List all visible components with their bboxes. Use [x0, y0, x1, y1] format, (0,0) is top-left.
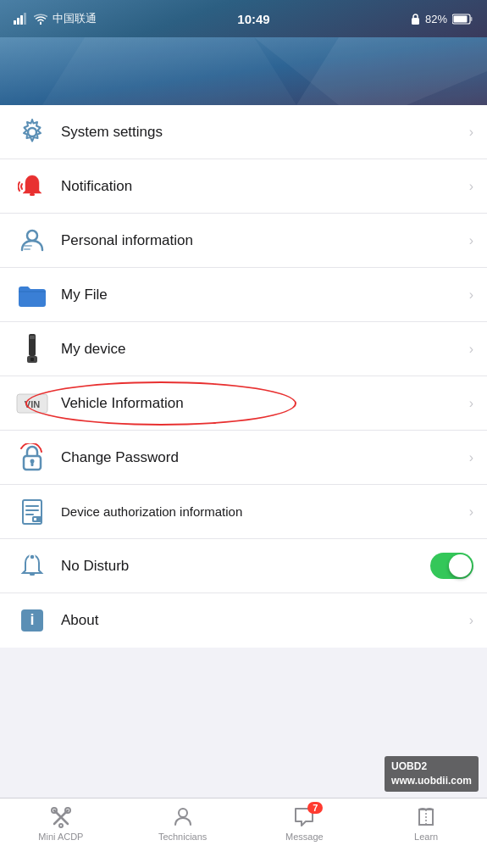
- info-icon-container: i: [14, 602, 51, 639]
- doc-icon: [18, 498, 47, 526]
- message-badge: 7: [307, 802, 323, 814]
- svg-point-12: [28, 128, 36, 136]
- personal-info-label: Personal information: [61, 232, 469, 249]
- watermark-line1: UOBD2: [391, 760, 472, 774]
- info-icon: i: [18, 606, 47, 635]
- device-icon-container: [14, 331, 51, 368]
- status-bar: 中国联通 10:49 82%: [0, 0, 487, 37]
- tab-learn-label: Learn: [414, 832, 438, 842]
- doc-icon-container: [14, 493, 51, 531]
- lock-icon-container: [14, 439, 51, 476]
- battery-icon: [452, 14, 473, 25]
- svg-text:VIN: VIN: [25, 399, 40, 409]
- chat-icon: 7: [292, 805, 316, 829]
- status-time: 10:49: [237, 12, 269, 26]
- person-icon: [18, 226, 47, 255]
- svg-point-42: [179, 809, 187, 817]
- status-left: 中国联通: [14, 11, 97, 26]
- bell-icon: [18, 172, 47, 201]
- svg-point-40: [59, 815, 63, 819]
- toggle-knob: [449, 554, 472, 577]
- svg-rect-19: [30, 358, 34, 361]
- menu-item-my-device[interactable]: My device ›: [0, 322, 487, 376]
- svg-rect-1: [17, 18, 19, 25]
- svg-rect-0: [14, 20, 16, 25]
- my-file-label: My File: [61, 287, 469, 303]
- svg-rect-20: [30, 336, 35, 339]
- wifi-icon: [34, 14, 47, 25]
- svg-rect-6: [471, 17, 473, 21]
- battery-text: 82%: [425, 13, 447, 25]
- svg-rect-32: [30, 573, 35, 576]
- person-icon-container: [14, 222, 51, 259]
- vin-icon: VIN: [16, 391, 48, 416]
- gear-icon-container: [14, 114, 51, 151]
- status-right: 82%: [411, 13, 473, 25]
- tab-mini-acdp-label: Mini ACDP: [38, 832, 83, 842]
- no-disturb-label: No Disturb: [61, 558, 430, 575]
- menu-item-vehicle-info[interactable]: VIN Vehicle Information ›: [0, 376, 487, 431]
- tab-message-label: Message: [285, 832, 324, 842]
- system-settings-chevron: ›: [469, 125, 473, 140]
- menu-item-device-auth[interactable]: Device authorization information ›: [0, 485, 487, 539]
- about-chevron: ›: [469, 613, 473, 628]
- bell-off-icon: [18, 552, 47, 581]
- tab-message[interactable]: 7 Message: [244, 805, 366, 842]
- tab-technicians-label: Technicians: [158, 832, 207, 842]
- vehicle-info-chevron: ›: [469, 396, 473, 411]
- menu-item-system-settings[interactable]: System settings ›: [0, 105, 487, 159]
- menu-list: System settings › Notification ›: [0, 105, 487, 648]
- tab-technicians[interactable]: Technicians: [122, 805, 244, 842]
- gear-icon: [18, 118, 47, 147]
- svg-rect-2: [20, 15, 23, 25]
- menu-item-no-disturb[interactable]: No Disturb: [0, 539, 487, 593]
- bell-icon-container: [14, 168, 51, 205]
- signal-icon: [14, 13, 29, 25]
- svg-rect-13: [30, 193, 35, 196]
- watermark-line2: www.uobdii.com: [391, 774, 472, 788]
- tab-mini-acdp[interactable]: Mini ACDP: [0, 805, 122, 842]
- svg-rect-3: [24, 13, 26, 25]
- about-label: About: [61, 612, 469, 629]
- vehicle-info-label: Vehicle Information: [61, 395, 469, 412]
- notification-label: Notification: [61, 178, 469, 195]
- person-tab-icon: [171, 805, 195, 829]
- menu-item-change-password[interactable]: Change Password ›: [0, 431, 487, 485]
- tab-bar: Mini ACDP Technicians 7 Message: [0, 798, 487, 868]
- device-icon: [22, 334, 42, 364]
- bell-off-icon-container: [14, 548, 51, 585]
- lock-status-icon: [411, 14, 420, 25]
- device-auth-chevron: ›: [469, 504, 473, 520]
- menu-item-notification[interactable]: Notification ›: [0, 159, 487, 214]
- svg-rect-31: [34, 518, 36, 520]
- tab-learn[interactable]: Learn: [365, 805, 487, 842]
- svg-point-14: [27, 231, 37, 241]
- my-device-chevron: ›: [469, 342, 473, 357]
- svg-rect-25: [31, 462, 34, 466]
- change-password-chevron: ›: [469, 450, 473, 465]
- vin-icon-container: VIN: [14, 385, 51, 422]
- device-auth-label: Device authorization information: [61, 504, 469, 519]
- lock-icon: [18, 443, 47, 472]
- wrench-icon: [49, 805, 73, 829]
- svg-point-41: [59, 824, 63, 827]
- watermark: UOBD2 www.uobdii.com: [385, 756, 479, 792]
- svg-rect-30: [32, 516, 42, 522]
- my-device-label: My device: [61, 341, 469, 358]
- my-file-chevron: ›: [469, 287, 473, 303]
- menu-item-personal-info[interactable]: Personal information ›: [0, 214, 487, 268]
- menu-item-about[interactable]: i About ›: [0, 593, 487, 648]
- svg-marker-10: [42, 37, 296, 105]
- no-disturb-toggle[interactable]: [430, 553, 473, 579]
- notification-chevron: ›: [469, 179, 473, 194]
- folder-icon: [17, 282, 47, 308]
- header-hero: [0, 37, 487, 105]
- change-password-label: Change Password: [61, 449, 469, 466]
- menu-item-my-file[interactable]: My File ›: [0, 268, 487, 322]
- hero-decoration: [0, 37, 487, 105]
- system-settings-label: System settings: [61, 124, 469, 141]
- svg-rect-4: [412, 18, 419, 25]
- folder-icon-container: [14, 276, 51, 314]
- personal-info-chevron: ›: [469, 233, 473, 248]
- svg-point-33: [30, 554, 35, 559]
